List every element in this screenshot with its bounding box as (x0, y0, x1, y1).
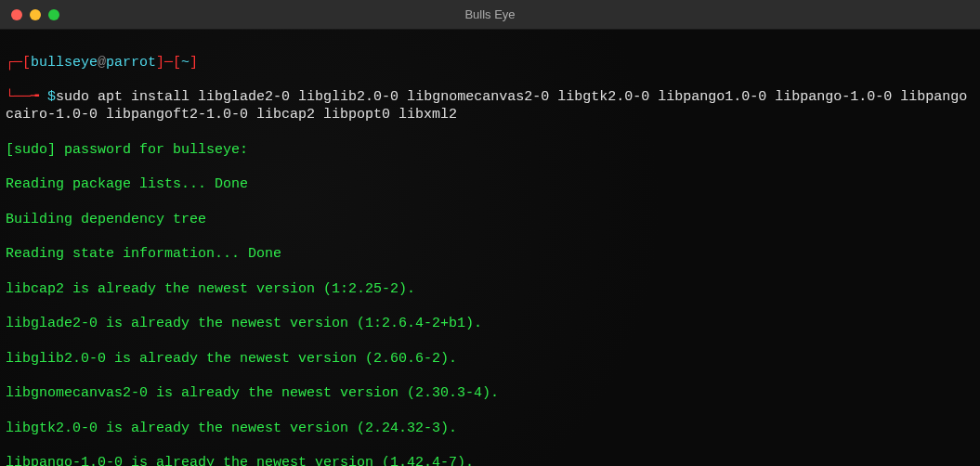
output-line: libpango-1.0-0 is already the newest ver… (6, 455, 974, 466)
prompt-dollar: $ (47, 89, 56, 105)
output-line: [sudo] password for bullseye: (6, 142, 974, 160)
titlebar: Bulls Eye (0, 0, 980, 30)
prompt-path: ~ (181, 55, 189, 71)
output-line: Reading package lists... Done (6, 176, 974, 194)
prompt-corner-bottom: └──╼ (6, 89, 47, 105)
prompt-bracket: [ (22, 55, 31, 71)
prompt-sep: ]─[ (156, 55, 181, 71)
prompt-corner: ┌─ (6, 55, 22, 71)
output-line: libgtk2.0-0 is already the newest versio… (6, 421, 974, 438)
window-title: Bulls Eye (464, 7, 515, 21)
output-line: libglade2-0 is already the newest versio… (6, 316, 974, 333)
output-line: Reading state information... Done (6, 246, 974, 264)
output-line: libglib2.0-0 is already the newest versi… (6, 351, 974, 369)
output-line: libcap2 is already the newest version (1… (6, 281, 974, 299)
prompt-at: @ (98, 55, 106, 71)
output-line: Building dependency tree (6, 212, 974, 229)
maximize-icon[interactable] (48, 9, 59, 20)
minimize-icon[interactable] (30, 9, 41, 20)
prompt-host: parrot (106, 55, 156, 71)
close-icon[interactable] (11, 9, 22, 20)
command-text: sudo apt install libglade2-0 libglib2.0-… (6, 89, 967, 123)
prompt-user: bullseye (31, 55, 98, 71)
window-controls (0, 9, 59, 20)
output-line: libgnomecanvas2-0 is already the newest … (6, 385, 974, 403)
prompt-bracket-close: ] (189, 55, 198, 71)
terminal-area[interactable]: ┌─[bullseye@parrot]─[~] └──╼ $sudo apt i… (0, 30, 980, 466)
